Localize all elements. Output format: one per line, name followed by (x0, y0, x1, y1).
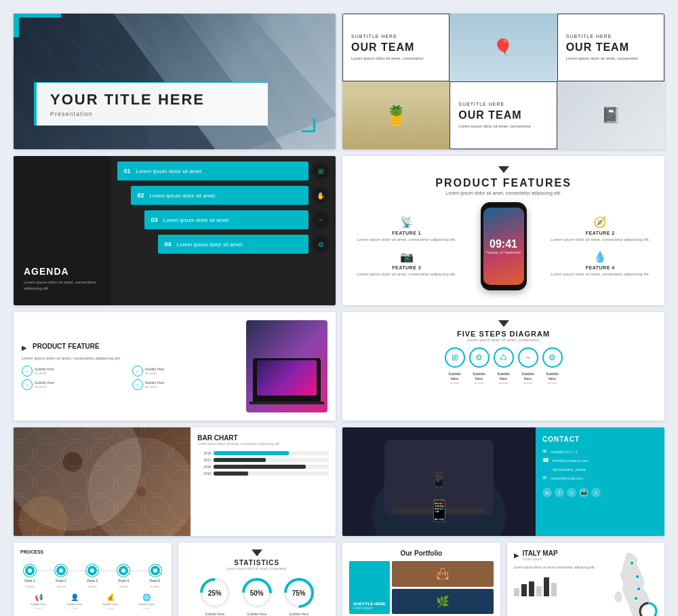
bar-chart-img (14, 427, 191, 536)
italy-left: ▶ ITALY MAP Lorem ipsum Lorem ipsum dolo… (514, 550, 605, 596)
agenda-item-4: 04 Lorem ipsum dolor sit amet. ⚙ (117, 235, 330, 254)
node-1: Point 1 Subtitle (24, 564, 36, 588)
team-subtitle-3: SUBTITLE HERE (458, 102, 548, 107)
port-main: SUBTITLE HERE Lorem ipsum (349, 561, 390, 614)
icons-bottom: 📢 Subtitle Here sit amet 👤 Subtitle Here… (20, 594, 165, 610)
agenda-num-3: 03 (151, 216, 158, 223)
it-arrow-icon: ▶ (514, 552, 519, 559)
agenda-text-2: Lorem ipsum dolor sit amet. (150, 193, 302, 199)
contact-item-1: ✉ mail@hi.io / +1 (542, 448, 658, 455)
it-bar-3 (529, 581, 534, 596)
bar-fill-1 (214, 451, 288, 455)
stat-val-3: 75% (292, 590, 306, 597)
feature-1-label: FEATURE 1 (356, 231, 458, 235)
bar-chart: 2018 2017 2016 (197, 451, 329, 476)
agenda-item-1: 01 Lorem ipsum dolor sit amet. ⊞ (117, 161, 330, 180)
feature-2-label: FEATURE 2 (550, 231, 652, 235)
node-2: Point 2 Subtitle (55, 564, 67, 588)
bar-label-4: 2015 (197, 471, 211, 476)
pf-icon-circle-3: ○ (22, 379, 33, 390)
steps-arrow (351, 320, 656, 327)
bar-label-3: 2016 (197, 465, 211, 469)
feature-3-label: FEATURE 3 (356, 265, 458, 270)
portfolio-title: Our Portfolio (349, 550, 494, 557)
team-desc-2: Lorem ipsum dolor sit amet, consectetur (566, 56, 656, 61)
pf-title: PRODUCT FEATURE (33, 343, 100, 350)
section-arrow (356, 166, 651, 173)
phone-mockup: 09:41 Tuesday 12 September (481, 202, 527, 290)
stat-circle-wrap-2: 50% (240, 576, 274, 610)
agenda-item-2: 02 Lorem ipsum dolor sit amet. ✋ (117, 186, 330, 205)
svg-point-26 (630, 561, 634, 565)
laptop-base (250, 402, 324, 404)
phone-screen: 09:41 Tuesday 12 September (483, 208, 524, 285)
bar-track-1 (214, 451, 329, 455)
feature-1-desc: Lorem ipsum dolor sit amet, consectetur … (356, 237, 458, 242)
feature-3: 📷 FEATURE 3 Lorem ipsum dolor sit amet, … (356, 250, 458, 277)
main-title: YOUR TITLE HERE (50, 91, 254, 109)
svg-text:📱: 📱 (430, 471, 449, 490)
team-cell-img-pineapple (342, 81, 450, 149)
team-subtitle-1: SUBTITLE HERE (351, 34, 441, 39)
svg-point-29 (634, 596, 638, 600)
diagram-title: FIVE STEPS DIAGRAM (351, 330, 656, 338)
it-col-6 (551, 583, 557, 596)
port-sub-3: 🌿 (392, 589, 494, 615)
port-sub-1: 👜 (392, 561, 494, 587)
ib-item-1: 📢 Subtitle Here sit amet (31, 594, 46, 610)
ib-icon-1: 📢 (35, 594, 43, 601)
node-circle-2 (55, 564, 67, 577)
bar-label-2: 2017 (197, 458, 211, 462)
agenda-inner: AGENDA Lorem ipsum dolor sit amet, conse… (14, 156, 336, 305)
phone-date: Tuesday 12 September (486, 250, 521, 254)
node-3: Point 3 Subtitle (86, 564, 98, 588)
feature-4: 💧 FEATURE 4 Lorem ipsum dolor sit amet, … (550, 250, 652, 277)
step-1: ⊞ (445, 347, 465, 368)
svg-rect-16 (393, 507, 485, 514)
agenda-bar-2: 02 Lorem ipsum dolor sit amet. (131, 186, 309, 205)
contact-text-1: mail@hi.io / +1 (551, 450, 578, 454)
bar-fill-4 (214, 471, 248, 476)
agenda-desc: Lorem ipsum dolor sit amet, consectetur … (24, 280, 100, 292)
process-title: Process (20, 550, 165, 554)
stat-item-1: 25% Subtitle Here (198, 576, 232, 616)
feature-3-desc: Lorem ipsum dolor sit amet, consectetur … (356, 271, 458, 277)
slide-product-features: PRODUCT FEATURES Lorem ipsum dolor sit a… (342, 156, 664, 305)
it-desc: Lorem ipsum dolor sit amet consectetur a… (514, 565, 605, 571)
contact-icon-1: ✉ (542, 448, 547, 455)
bar-row-3: 2016 (197, 465, 329, 469)
ib-item-3: 💰 Subtitle Here sit amet (102, 594, 118, 610)
it-bar-chart (514, 576, 605, 596)
node-circle-1 (24, 564, 36, 577)
stat-circle-wrap-3: 75% (282, 576, 316, 610)
agenda-num-1: 01 (124, 168, 131, 174)
social-fb2: f (591, 488, 601, 497)
pf-icon-circle-1: ○ (22, 366, 33, 377)
steps-row: ⊞ ⚙ ♺ ~ ⚙ (351, 347, 656, 368)
stat-item-2: 50% Subtitle Here (240, 576, 274, 616)
pf-icon-4: ○ Subtitle Heresit amet (132, 379, 240, 390)
geo-svg (14, 14, 336, 149)
port-img-1: 👜 (436, 567, 450, 580)
agenda-num-2: 02 (138, 192, 144, 199)
step-2: ⚙ (469, 347, 490, 368)
agenda-right: 01 Lorem ipsum dolor sit amet. ⊞ 02 Lore… (111, 156, 336, 305)
svg-point-24 (615, 592, 622, 602)
contact-item-4: ✉ name@email.com (542, 475, 658, 481)
ib-item-2: 👤 Subtitle Here sit amet (66, 594, 82, 610)
social-facebook: f (555, 488, 564, 497)
pineapple-img (342, 81, 450, 149)
ib-label-4: Subtitle Here (138, 602, 154, 606)
features-col-left: 📡 FEATURE 1 Lorem ipsum dolor sit amet, … (356, 216, 458, 277)
triangle-down-icon (498, 166, 509, 173)
social-linkedin: in (542, 488, 552, 497)
node-label-2: Point 2 (56, 579, 66, 583)
node-label-4: Point 4 (119, 579, 129, 583)
it-subtitle: Lorem ipsum (523, 557, 558, 561)
bar-chart-content: BAR CHART Lorem ipsum dolor sit amet, co… (191, 427, 336, 536)
contact-icon-4: ✉ (542, 475, 547, 481)
slide-title: YOUR TITLE HERE Presentation (14, 14, 336, 149)
team-cell-text-2: SUBTITLE HERE OUR TEAM Lorem ipsum dolor… (557, 14, 664, 81)
team-desc-3: Lorem ipsum dolor sit amet, consectetur (458, 123, 548, 129)
italy-content: ▶ ITALY MAP Lorem ipsum Lorem ipsum dolo… (514, 550, 658, 616)
